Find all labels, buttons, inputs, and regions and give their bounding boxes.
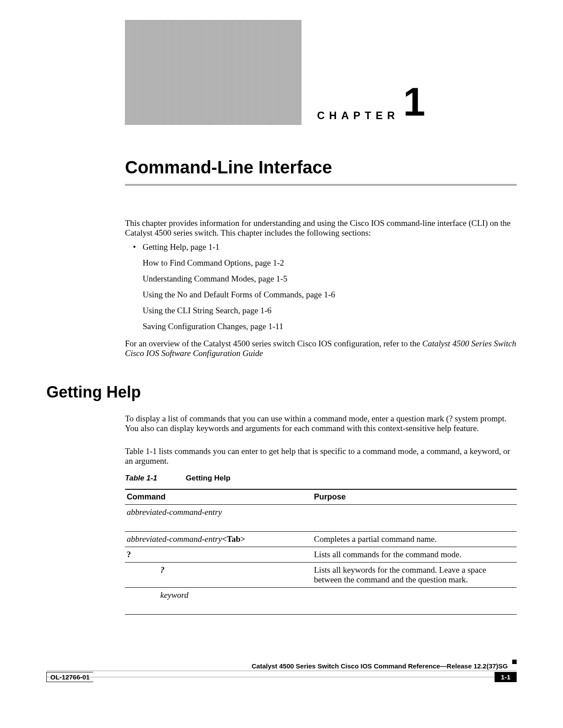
- table-caption: Table 1-1 Getting Help: [125, 474, 517, 483]
- table-row: ?Lists all commands for the command mode…: [125, 547, 517, 563]
- page-footer: Catalyst 4500 Series Switch Cisco IOS Co…: [46, 662, 517, 682]
- table-row: keyword: [125, 588, 517, 615]
- command-cell: abbreviated-command-entry<Tab>: [125, 532, 312, 547]
- table-header-command: Command: [125, 489, 312, 505]
- overview-text: For an overview of the Catalyst 4500 ser…: [125, 339, 422, 348]
- toc-item: Understanding Command Modes, page 1-5: [125, 274, 517, 284]
- chapter-header-graphic: [125, 20, 302, 125]
- table-header-purpose: Purpose: [312, 489, 517, 505]
- footer-page-number: 1-1: [495, 672, 517, 682]
- toc-item: Getting Help, page 1-1: [125, 242, 517, 252]
- help-table: Command Purpose abbreviated-command-entr…: [125, 489, 517, 615]
- intro-paragraph: This chapter provides information for un…: [125, 218, 517, 238]
- table-row: abbreviated-command-entry<Tab>Completes …: [125, 532, 517, 547]
- toc-item: Using the No and Default Forms of Comman…: [125, 290, 517, 300]
- table-number: Table 1-1: [125, 474, 157, 482]
- chapter-number: 1: [403, 82, 425, 122]
- command-cell: ?: [125, 563, 312, 588]
- command-cell: ?: [125, 547, 312, 563]
- purpose-cell: [312, 505, 517, 532]
- purpose-cell: Lists all keywords for the command. Leav…: [312, 563, 517, 588]
- footer-reference: Catalyst 4500 Series Switch Cisco IOS Co…: [46, 662, 508, 670]
- chapter-label: CHAPTER: [317, 109, 399, 122]
- overview-paragraph: For an overview of the Catalyst 4500 ser…: [125, 339, 517, 358]
- chapter-title: Command-Line Interface: [125, 158, 332, 177]
- body-paragraph: To display a list of commands that you c…: [125, 414, 517, 433]
- toc-item: How to Find Command Options, page 1-2: [125, 258, 517, 268]
- command-cell: abbreviated-command-entry: [125, 505, 312, 532]
- footer-marker: [512, 660, 517, 664]
- footer-doc-id: OL-12766-01: [46, 672, 93, 682]
- toc-item: Saving Configuration Changes, page 1-11: [125, 322, 517, 331]
- toc-item: Using the CLI String Search, page 1-6: [125, 306, 517, 315]
- body-paragraph: Table 1-1 lists commands you can enter t…: [125, 447, 517, 466]
- section-heading: Getting Help: [46, 383, 141, 402]
- command-cell: keyword: [125, 588, 312, 615]
- title-rule: [125, 184, 517, 186]
- purpose-cell: Lists all commands for the command mode.: [312, 547, 517, 563]
- purpose-cell: [312, 588, 517, 615]
- purpose-cell: Completes a partial command name.: [312, 532, 517, 547]
- toc-list: Getting Help, page 1-1 How to Find Comma…: [125, 242, 517, 338]
- table-title: Getting Help: [186, 474, 230, 483]
- table-row: abbreviated-command-entry: [125, 505, 517, 532]
- table-row: ?Lists all keywords for the command. Lea…: [125, 563, 517, 588]
